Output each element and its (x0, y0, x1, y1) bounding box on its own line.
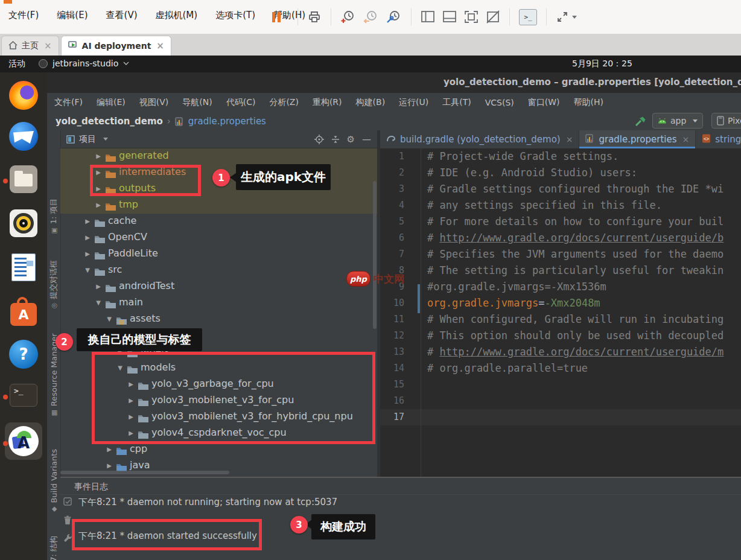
tree-collapsed-icon[interactable]: ▶ (83, 218, 92, 224)
tree-collapsed-icon[interactable]: ▶ (83, 250, 92, 257)
dock-item-ubuntu-software[interactable]: A (0, 297, 47, 326)
code-line: # When configured, Gradle will run in in… (427, 311, 724, 328)
tree-collapsed-icon[interactable]: ▶ (94, 283, 103, 290)
studio-menu-item[interactable]: 重构(R) (313, 97, 342, 108)
tree-row[interactable]: ▼assets (60, 311, 377, 328)
console-view-button[interactable]: >_ (519, 9, 537, 25)
editor-tab-1[interactable]: gradle.properties× (579, 130, 696, 148)
editor-tab-0[interactable]: build.gradle (yolo_detection_demo)× (380, 130, 579, 148)
breadcrumb-project[interactable]: yolo_detection_demo (56, 116, 163, 127)
close-icon[interactable]: × (44, 40, 52, 51)
studio-menu-item[interactable]: 代码(C) (226, 97, 256, 108)
close-icon[interactable]: × (682, 135, 690, 144)
editor-tab-2[interactable]: <>strings.xml× (696, 130, 741, 148)
studio-menu-item[interactable]: 分析(Z) (269, 97, 299, 108)
dock-item-libreoffice-writer[interactable] (0, 253, 47, 281)
tree-row[interactable]: ▶PaddleLite (60, 246, 377, 262)
tree-row[interactable]: ▶OpenCV (60, 230, 377, 246)
vm-menu-item[interactable]: 查看(V) (106, 10, 138, 21)
tree-collapsed-icon[interactable]: ▶ (105, 462, 113, 469)
hide-panel-icon[interactable]: — (362, 134, 371, 145)
fit-guest-icon[interactable] (464, 10, 479, 24)
tree-collapsed-icon[interactable]: ▶ (94, 202, 103, 208)
gear-icon[interactable]: ⚙ (347, 134, 355, 145)
filter-icon[interactable] (63, 497, 72, 509)
pause-button[interactable] (272, 12, 288, 22)
breadcrumb-file[interactable]: gradle.properties (188, 116, 266, 127)
vm-menu-item[interactable]: 选项卡(T) (215, 10, 255, 21)
gradle-icon (386, 134, 396, 145)
tool-window-button-3[interactable]: ◆Build Variants (49, 449, 59, 512)
vm-menu-item[interactable]: 虚拟机(M) (156, 10, 198, 21)
project-panel-icon (66, 135, 75, 144)
project-panel-title[interactable]: 项目 (79, 134, 96, 145)
gnome-activities-button[interactable]: 活动 (8, 59, 25, 69)
studio-menu-item[interactable]: 工具(T) (442, 97, 471, 108)
annotation-label-2: 换自己的模型与标签 (77, 328, 202, 351)
studio-menu-item[interactable]: 帮助(H) (574, 97, 603, 108)
wrench-icon[interactable] (63, 533, 72, 545)
tree-collapsed-icon[interactable]: ▶ (105, 446, 113, 453)
tree-row[interactable]: ▼src (60, 262, 377, 279)
snapshot-revert-icon[interactable] (363, 10, 379, 24)
studio-menu-item[interactable]: 构建(B) (356, 97, 386, 108)
run-config-selector[interactable]: app (652, 113, 703, 129)
studio-menu-item[interactable]: 编辑(E) (97, 97, 126, 108)
trash-icon[interactable] (63, 515, 72, 527)
tree-row[interactable]: ▶cache (60, 214, 377, 230)
tree-collapsed-icon[interactable]: ▶ (94, 153, 103, 159)
snapshot-manage-icon[interactable] (386, 10, 402, 24)
close-icon[interactable]: × (566, 135, 573, 144)
studio-menu-item[interactable]: 运行(U) (399, 97, 428, 108)
device-selector[interactable]: Pixel_ (711, 113, 741, 129)
studio-menu-item[interactable]: 导航(N) (182, 97, 212, 108)
dock-item-android-studio[interactable]: A (0, 422, 47, 460)
editor[interactable]: 1# Project-wide Gradle settings.2# IDE (… (380, 148, 741, 477)
tree-row[interactable]: ▶androidTest (60, 279, 377, 295)
event-log-title[interactable]: 事件日志 (74, 482, 108, 492)
tree-expanded-icon[interactable]: ▼ (105, 316, 113, 322)
build-hammer-icon[interactable] (634, 115, 647, 127)
tree-collapsed-icon[interactable]: ▶ (83, 234, 92, 241)
dock-item-rhythmbox[interactable] (0, 209, 47, 237)
studio-menu-item[interactable]: 窗口(W) (528, 97, 560, 108)
annotation-box-models (92, 352, 375, 444)
project-vertical-scrollbar[interactable] (373, 181, 377, 329)
stretch-guest-icon[interactable] (486, 10, 500, 24)
tree-row[interactable]: ▶tmp (60, 197, 377, 214)
tree-row[interactable]: ▶generated (60, 148, 377, 165)
project-horizontal-scrollbar[interactable] (60, 471, 229, 474)
dock-item-help[interactable]: ? (0, 340, 47, 369)
tree-expanded-icon[interactable]: ▼ (83, 267, 92, 273)
tool-window-button-0[interactable]: ▣1: 项目 (48, 198, 59, 234)
locate-file-icon[interactable] (314, 135, 324, 144)
tool-window-button-1[interactable]: ◎提交对话框 (48, 260, 59, 309)
toolbar-separator (546, 8, 547, 25)
annotation-badge-2: 2 (56, 333, 73, 351)
fullscreen-button[interactable] (556, 10, 577, 24)
properties-icon (585, 134, 594, 145)
tree-expanded-icon[interactable]: ▼ (94, 299, 103, 306)
snapshot-take-icon[interactable] (340, 10, 356, 24)
panel-bottom-icon[interactable] (442, 10, 457, 24)
gnome-clock[interactable]: 5月9日 20：25 (572, 59, 632, 69)
studio-menu-item[interactable]: VCS(S) (485, 98, 514, 107)
chevron-down-icon (103, 138, 108, 141)
tree-row[interactable]: ▼main (60, 295, 377, 311)
gnome-app-menu[interactable]: jetbrains-studio (39, 59, 129, 68)
vm-tab-ai-deployment[interactable]: AI deployment× (61, 36, 171, 56)
studio-menu-item[interactable]: 视图(V) (139, 97, 169, 108)
close-icon[interactable]: × (156, 40, 164, 51)
vm-menu-item[interactable]: 文件(F) (8, 10, 39, 21)
annotation-box-daemon (72, 519, 262, 550)
tool-window-button-bottom-0[interactable]: ▪7: 结构 (48, 536, 59, 560)
panel-left-icon[interactable] (421, 10, 435, 24)
vm-menu-item[interactable]: 编辑(E) (57, 10, 87, 21)
vm-tab-home[interactable]: 主页× (1, 36, 59, 56)
print-screen-icon[interactable] (307, 10, 322, 24)
dock-item-thunderbird[interactable] (0, 122, 47, 151)
tree-row[interactable]: ▶cpp (60, 442, 377, 458)
collapse-all-icon[interactable] (331, 135, 340, 144)
studio-menu-item[interactable]: 文件(F) (54, 97, 83, 108)
dock-item-firefox[interactable] (0, 81, 47, 110)
